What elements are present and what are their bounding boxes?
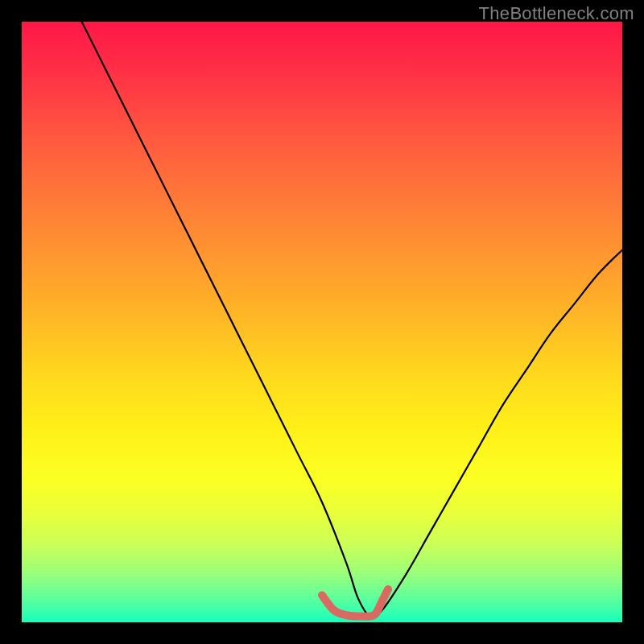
- main-curve: [82, 22, 622, 617]
- marker-segment: [322, 589, 388, 617]
- watermark-text: TheBottleneck.com: [479, 3, 634, 24]
- curve-layer: [22, 22, 622, 622]
- plot-area: [22, 22, 622, 622]
- chart-stage: TheBottleneck.com: [0, 0, 644, 644]
